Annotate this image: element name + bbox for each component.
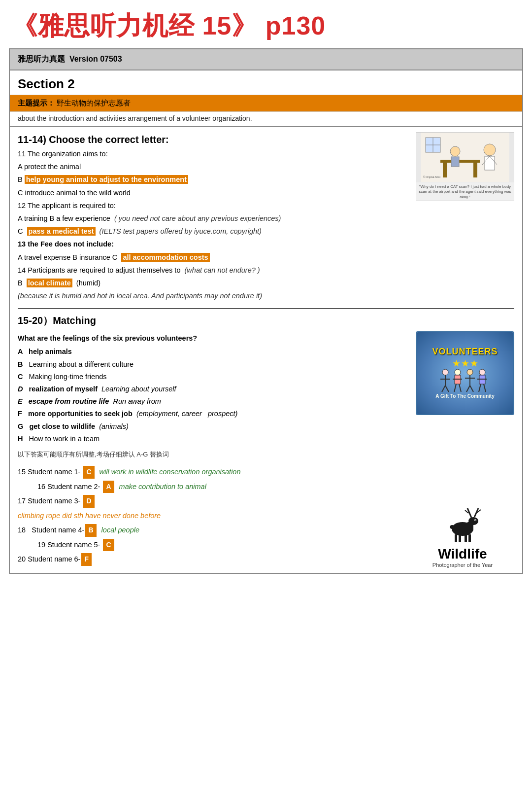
version-bar: 雅思听力真题 Version 07503 bbox=[10, 49, 522, 70]
svg-point-29 bbox=[479, 369, 485, 375]
q13-line: 13 the Fee does not include: bbox=[18, 239, 410, 250]
svg-line-18 bbox=[445, 386, 449, 392]
ans-19: 19 Student name 5- C bbox=[37, 539, 416, 552]
svg-rect-37 bbox=[455, 534, 457, 542]
matching-top: What are the feelings of the six previou… bbox=[18, 331, 514, 447]
q12-ab-line: A training B a few experience ( you need… bbox=[18, 213, 410, 224]
option-d: D realization of myself Learning about y… bbox=[18, 384, 410, 395]
svg-rect-5 bbox=[443, 163, 447, 177]
svg-point-45 bbox=[450, 525, 455, 529]
wildlife-icon bbox=[438, 503, 487, 544]
svg-rect-36 bbox=[467, 522, 473, 530]
topic-bar: 主题提示： 野生动物的保护志愿者 bbox=[10, 95, 522, 112]
vol-inner: VOLUNTEERS ★ ★ ★ bbox=[417, 332, 513, 414]
cartoon-scene: © Original Artist bbox=[416, 133, 514, 182]
cartoon-caption: "Why do I need a CAT scan? I just had a … bbox=[416, 182, 514, 201]
q11-14-title: 11-14) Choose the correct letter: bbox=[18, 134, 410, 145]
svg-rect-12 bbox=[451, 157, 459, 167]
q11-c-line: C introduce animal to the wild world bbox=[18, 187, 410, 199]
svg-rect-40 bbox=[468, 534, 471, 542]
wildlife-subtitle: Photographer of the Year bbox=[432, 562, 493, 568]
q13-abc-pre: A travel expense B insurance C bbox=[18, 253, 117, 261]
ans-15-num: 15 Student name 1- bbox=[18, 468, 80, 476]
q14-text: 14 Participants are required to adjust t… bbox=[18, 266, 180, 274]
volunteers-image: VOLUNTEERS ★ ★ ★ bbox=[416, 331, 514, 415]
ans-15-note: will work in wildlife conservation organ… bbox=[100, 468, 241, 476]
svg-rect-39 bbox=[465, 534, 467, 542]
vol-stars: ★ ★ ★ bbox=[453, 359, 478, 368]
version-value: Version 07503 bbox=[69, 55, 122, 63]
cartoon-image: © Original Artist "Why do I need a CAT s… bbox=[416, 132, 514, 201]
option-e: E escape from routine life Run away from bbox=[18, 396, 410, 407]
option-h: H How to work in a team bbox=[18, 433, 410, 445]
svg-line-22 bbox=[454, 384, 456, 392]
q12-b-note: ( you need not care about any previous e… bbox=[114, 214, 281, 222]
q11-14-right: © Original Artist "Why do I need a CAT s… bbox=[416, 132, 514, 303]
q11-c: C introduce animal to the wild world bbox=[18, 189, 131, 197]
q11-14-left: 11-14) Choose the correct letter: 11 The… bbox=[18, 132, 410, 303]
q13-abc-line: A travel expense B insurance C all accom… bbox=[18, 252, 410, 263]
svg-text:© Original Artist: © Original Artist bbox=[423, 175, 440, 178]
q11-b-letter: B bbox=[18, 175, 23, 183]
topic-chinese: 野生动物的保护志愿者 bbox=[57, 99, 131, 107]
section-title: Section 2 bbox=[18, 76, 514, 92]
q12-ab: A training B a few experience bbox=[18, 214, 110, 222]
wildlife-deer-svg bbox=[438, 503, 487, 543]
ans-19-answer: C bbox=[103, 539, 114, 552]
wildlife-logo: Wildlife bbox=[438, 546, 487, 562]
ans-20: 20 Student name 6-F bbox=[18, 553, 416, 566]
q11-14-block: 11-14) Choose the correct letter: 11 The… bbox=[18, 132, 514, 303]
ans-20-num: 20 Student name 6- bbox=[18, 555, 80, 563]
ans-15: 15 Student name 1- C will work in wildli… bbox=[18, 466, 416, 479]
answers-and-wildlife: 15 Student name 1- C will work in wildli… bbox=[18, 464, 514, 568]
answers-left: 15 Student name 1- C will work in wildli… bbox=[18, 464, 416, 568]
answers-list: 15 Student name 1- C will work in wildli… bbox=[18, 464, 514, 568]
vol-figures-svg bbox=[435, 368, 495, 393]
svg-line-42 bbox=[474, 508, 478, 517]
q12-c-answer: pass a medical test bbox=[27, 227, 96, 236]
ans-16-note: make contribution to animal bbox=[119, 483, 206, 491]
page-title: 《雅思听力机经 15》 p130 bbox=[12, 9, 520, 43]
svg-point-7 bbox=[484, 144, 496, 156]
options-list: A help animals B Learning about a differ… bbox=[18, 346, 410, 445]
option-a: A help animals bbox=[18, 346, 410, 357]
page-title-bar: 《雅思听力机经 15》 p130 bbox=[0, 0, 532, 48]
q12-text: 12 The applicant is required to: bbox=[18, 202, 116, 210]
ans-18-num: 18 Student name 4- bbox=[18, 526, 84, 534]
q13-c-answer: all accommodation costs bbox=[121, 253, 209, 262]
q14-b-letter: B bbox=[18, 279, 23, 287]
version-label: 雅思听力真题 bbox=[18, 55, 65, 63]
main-content-box: 雅思听力真题 Version 07503 Section 2 主题提示： 野生动… bbox=[9, 48, 523, 574]
matching-section: 15-20）Matching What are the feelings of … bbox=[18, 314, 514, 568]
ans-15-answer: C bbox=[83, 466, 94, 479]
ans-18-note: local people bbox=[101, 526, 139, 534]
svg-line-17 bbox=[442, 386, 445, 392]
ans-16-answer: A bbox=[103, 481, 114, 493]
option-f: F more opportunities to seek job (employ… bbox=[18, 408, 410, 420]
q14-b-answer: local climate bbox=[27, 279, 72, 287]
ans-18: 18 Student name 4-B local people bbox=[18, 524, 416, 537]
option-b: B Learning about a different culture bbox=[18, 359, 410, 370]
q12-c-line: C pass a medical test (IELTS test papers… bbox=[18, 226, 410, 237]
svg-line-32 bbox=[479, 384, 481, 392]
svg-point-24 bbox=[467, 369, 473, 375]
q11-text: 11 The organization aims to: bbox=[18, 150, 108, 158]
wildlife-image: Wildlife Photographer of the Year bbox=[416, 504, 514, 568]
svg-point-47 bbox=[475, 520, 476, 521]
q12-c-letter: C bbox=[18, 227, 23, 235]
ans-17-answer: D bbox=[83, 495, 94, 508]
q14-b-line: B local climate (humid) bbox=[18, 278, 410, 289]
matching-right: VOLUNTEERS ★ ★ ★ bbox=[416, 331, 514, 447]
topic-desc: about the introduction and activities ar… bbox=[10, 112, 522, 127]
ans-17-num: 17 Student name 3- bbox=[18, 497, 80, 505]
svg-point-19 bbox=[455, 369, 461, 375]
q12-line: 12 The applicant is required to: bbox=[18, 200, 410, 211]
svg-line-28 bbox=[470, 386, 473, 392]
q11-b-answer: help young animal to adjust to the envir… bbox=[25, 175, 188, 184]
q11-a: A protect the animal bbox=[18, 163, 81, 171]
ans-16-num: 16 Student name 2- bbox=[37, 483, 100, 491]
svg-line-27 bbox=[466, 386, 470, 392]
q14-italic-note: (because it is humid and hot in local ar… bbox=[18, 290, 410, 302]
section-header: Section 2 bbox=[10, 70, 522, 95]
q12-c-note: (IELTS test papers offered by iyuce.com,… bbox=[98, 227, 262, 235]
